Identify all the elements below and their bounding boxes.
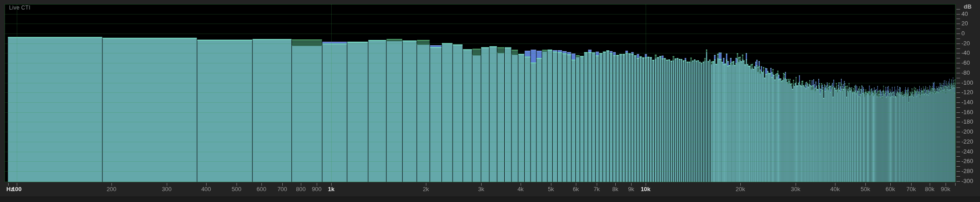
db-tick-label: -20 <box>961 40 980 47</box>
db-tick-label: -180 <box>961 118 980 125</box>
db-tick-label: 20 <box>961 20 980 27</box>
db-tick-label: -140 <box>961 99 980 106</box>
freq-tick-label: 2k <box>412 186 439 193</box>
db-tick-label: 40 <box>961 10 980 18</box>
freq-tick-label: 1k <box>318 186 345 193</box>
freq-tick-label: 5k <box>537 186 565 193</box>
spectrum-canvas[interactable] <box>0 0 980 202</box>
db-tick-label: -260 <box>961 158 980 165</box>
db-tick-label: -300 <box>961 178 980 185</box>
freq-tick-label: 100 <box>3 186 30 193</box>
db-tick-label: -60 <box>961 59 980 67</box>
freq-tick-label: 500 <box>223 186 250 193</box>
freq-tick-label: 40k <box>821 186 849 193</box>
freq-tick-label: 3k <box>468 186 495 193</box>
freq-tick-label: 30k <box>782 186 809 193</box>
db-axis-unit: dB <box>964 3 971 10</box>
db-tick-label: -80 <box>961 69 980 77</box>
freq-tick-label: 400 <box>193 186 220 193</box>
freq-tick-label: 4k <box>507 186 534 193</box>
db-tick-label: -240 <box>961 148 980 155</box>
db-tick-label: -120 <box>961 89 980 96</box>
freq-tick-label: 90k <box>932 186 959 193</box>
freq-tick-label: 200 <box>98 186 125 193</box>
db-tick-label: -160 <box>961 109 980 116</box>
freq-tick-label: 20k <box>727 186 754 193</box>
freq-tick-label: 300 <box>153 186 180 193</box>
db-tick-label: -100 <box>961 79 980 87</box>
db-tick-label: -40 <box>961 49 980 57</box>
db-tick-label: -200 <box>961 128 980 135</box>
freq-tick-label: 10k <box>632 186 659 193</box>
db-tick-label: 0 <box>961 30 980 37</box>
db-tick-label: -280 <box>961 168 980 175</box>
db-tick-label: -220 <box>961 138 980 145</box>
spectrum-analyzer-panel: Live CTI dB 40200-20-40-60-80-100-120-14… <box>0 0 980 202</box>
live-cti-label: Live CTI <box>9 5 30 11</box>
freq-tick-label: 50k <box>852 186 879 193</box>
